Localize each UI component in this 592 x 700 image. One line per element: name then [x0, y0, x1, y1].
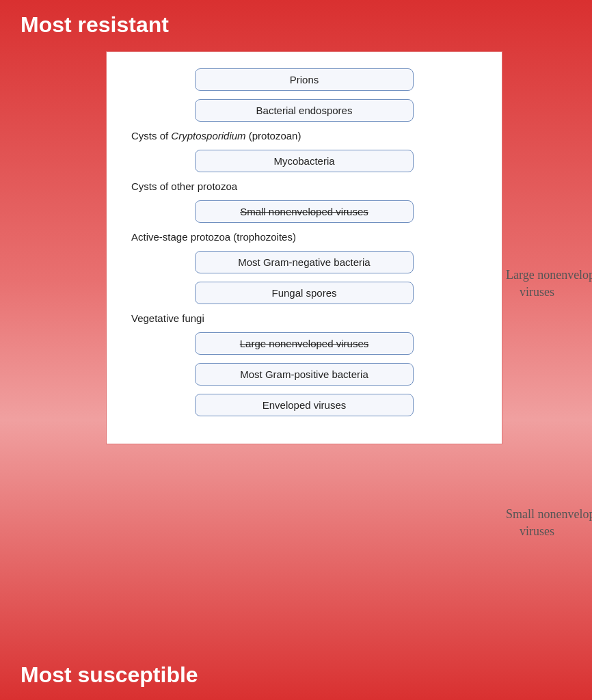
gram-positive-box: Most Gram-positive bacteria [195, 363, 414, 386]
handwritten-note-large-nonenveloped: Large nonenveloped viruses [506, 267, 592, 301]
small-nonenveloped-box: Small nonenveloped viruses [195, 200, 414, 223]
bacterial-endospores-box: Bacterial endospores [195, 99, 414, 122]
cysts-cryptosporidium-label: Cysts of Cryptosporidium (protozoan) [131, 130, 483, 142]
row-vegetative-fungi: Vegetative fungi [126, 312, 483, 324]
most-susceptible-label: Most susceptible [21, 662, 198, 688]
row-fungal-spores: Fungal spores [126, 282, 483, 304]
row-bacterial-endospores: Bacterial endospores [126, 99, 483, 122]
main-card: Prions Bacterial endospores Cysts of Cry… [106, 51, 502, 444]
prions-box: Prions [195, 68, 414, 91]
fungal-spores-box: Fungal spores [195, 282, 414, 304]
row-small-nonenveloped: Small nonenveloped viruses [126, 200, 483, 223]
row-cysts-other: Cysts of other protozoa [126, 180, 483, 192]
row-gram-positive: Most Gram-positive bacteria [126, 363, 483, 386]
row-mycobacteria: Mycobacteria [126, 150, 483, 172]
row-cysts-cryptosporidium: Cysts of Cryptosporidium (protozoan) [126, 130, 483, 142]
row-gram-negative: Most Gram-negative bacteria [126, 251, 483, 273]
row-active-stage: Active-stage protozoa (trophozoites) [126, 231, 483, 243]
active-stage-label: Active-stage protozoa (trophozoites) [131, 231, 483, 243]
enveloped-viruses-box: Enveloped viruses [195, 394, 414, 416]
row-large-nonenveloped: Large nonenveloped viruses [126, 332, 483, 355]
gram-negative-box: Most Gram-negative bacteria [195, 251, 414, 273]
vegetative-fungi-label: Vegetative fungi [131, 312, 483, 324]
large-nonenveloped-box: Large nonenveloped viruses [195, 332, 414, 355]
handwritten-note-small-nonenveloped: Small nonenvelop viruses [506, 506, 592, 540]
most-resistant-label: Most resistant [21, 12, 169, 38]
row-enveloped-viruses: Enveloped viruses [126, 394, 483, 416]
mycobacteria-box: Mycobacteria [195, 150, 414, 172]
cysts-other-label: Cysts of other protozoa [131, 180, 483, 192]
row-prions: Prions [126, 68, 483, 91]
